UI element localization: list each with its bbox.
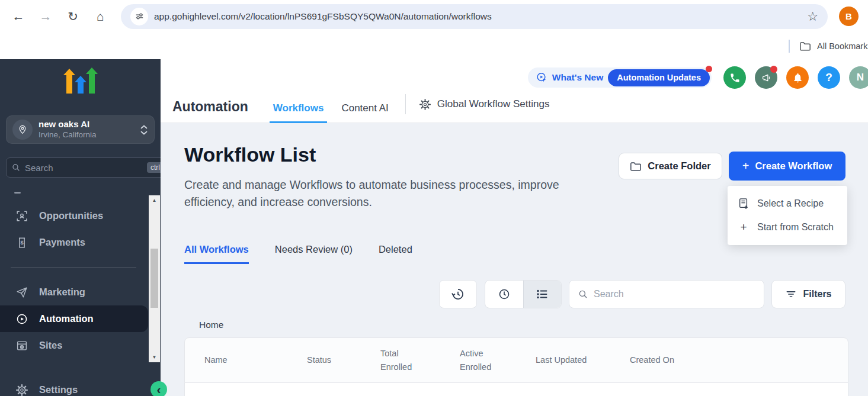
- bookmarks-bar: All Bookmarks: [0, 33, 868, 59]
- reload-icon[interactable]: ↻: [63, 7, 83, 27]
- automation-updates-badge[interactable]: Automation Updates: [608, 69, 710, 86]
- scrollbar-thumb[interactable]: [150, 249, 158, 308]
- address-bar[interactable]: app.gohighlevel.com/v2/location/lnPS691g…: [121, 4, 828, 29]
- whats-new-icon: [536, 72, 547, 83]
- recent-view-toggle[interactable]: [485, 281, 523, 308]
- table-body: [184, 383, 848, 396]
- filters-button[interactable]: Filters: [771, 280, 845, 308]
- workflow-list-title: Workflow List: [184, 143, 316, 166]
- automation-play-icon: [15, 313, 29, 326]
- all-bookmarks-label[interactable]: All Bookmarks: [817, 41, 868, 51]
- execution-logs-button[interactable]: [439, 280, 477, 308]
- breadcrumb[interactable]: Home: [199, 320, 223, 330]
- scroll-up-icon[interactable]: ▲: [149, 198, 160, 203]
- create-folder-label: Create Folder: [648, 160, 710, 172]
- dropdown-item-label: Select a Recipe: [757, 198, 824, 209]
- sidebar-item-settings[interactable]: Settings: [0, 376, 161, 396]
- column-header-total-enrolled: Total Enrolled: [380, 338, 425, 382]
- clock-icon: [497, 287, 511, 301]
- create-workflow-label: Create Workflow: [755, 160, 832, 172]
- megaphone-icon: [761, 72, 772, 83]
- column-header-created-on: Created On: [630, 338, 674, 382]
- chevron-up-down-icon: [140, 125, 148, 135]
- dropdown-item-label: Start from Scratch: [757, 222, 834, 233]
- filters-label: Filters: [803, 289, 831, 300]
- location-switcher[interactable]: new oaks AI Irvine, California: [6, 115, 155, 144]
- column-header-status: Status: [307, 338, 331, 382]
- workflow-list-page: Workflow List Create and manage Workflow…: [161, 123, 868, 396]
- sites-icon: [15, 339, 29, 352]
- menu-item-partial: [14, 192, 21, 194]
- user-avatar[interactable]: N: [849, 66, 868, 89]
- column-header-name: Name: [204, 338, 228, 382]
- search-icon: [11, 163, 21, 172]
- sidebar-item-label: Opportunities: [39, 210, 103, 221]
- bookmarks-folder-icon: [799, 41, 811, 51]
- sidebar-menu: Opportunities $ Payments Market: [0, 202, 161, 396]
- sidebar-item-sites[interactable]: Sites: [0, 332, 161, 359]
- sidebar-item-opportunities[interactable]: Opportunities: [0, 202, 161, 229]
- column-header-active-enrolled: Active Enrolled: [460, 338, 504, 382]
- browser-profile-avatar[interactable]: B: [839, 7, 859, 26]
- gohighlevel-logo-icon: [62, 67, 99, 98]
- workflow-list-tabs: All Workflows Needs Review (0) Deleted: [184, 244, 412, 264]
- create-workflow-button[interactable]: + Create Workflow: [729, 152, 845, 181]
- tab-deleted[interactable]: Deleted: [379, 244, 412, 264]
- tab-all-workflows[interactable]: All Workflows: [184, 244, 249, 264]
- menu-item-start-from-scratch[interactable]: + Start from Scratch: [728, 215, 847, 239]
- site-settings-icon[interactable]: [130, 8, 148, 25]
- sidebar-search[interactable]: ctrl K: [6, 157, 175, 178]
- sidebar-item-automation[interactable]: Automation: [0, 305, 148, 332]
- workflow-search[interactable]: [569, 280, 764, 308]
- sidebar-scrollbar[interactable]: ▲ ▼: [149, 195, 160, 362]
- page-title: Automation: [172, 99, 248, 115]
- folder-icon: [630, 161, 642, 172]
- scroll-down-icon[interactable]: ▼: [149, 355, 160, 360]
- whats-new-pill[interactable]: What's New Automation Updates: [528, 67, 712, 88]
- app-window: new oaks AI Irvine, California ctrl K: [0, 59, 868, 396]
- sidebar-item-marketing[interactable]: Marketing: [0, 279, 161, 305]
- header-divider: [405, 94, 406, 114]
- history-clock-icon: [450, 286, 466, 302]
- bell-icon: [792, 72, 803, 83]
- tab-needs-review[interactable]: Needs Review (0): [275, 244, 353, 264]
- global-workflow-settings-link[interactable]: Global Workflow Settings: [419, 98, 550, 111]
- create-workflow-dropdown: Select a Recipe + Start from Scratch: [728, 186, 847, 245]
- sidebar-search-input[interactable]: [25, 163, 143, 173]
- dollar-glyph: $: [20, 240, 23, 246]
- forward-icon[interactable]: →: [36, 7, 56, 27]
- announcements-button[interactable]: [755, 66, 777, 89]
- page-header: What's New Automation Updates: [161, 59, 868, 123]
- menu-item-select-recipe[interactable]: Select a Recipe: [728, 192, 847, 215]
- url-text: app.gohighlevel.com/v2/location/lnPS691g…: [154, 11, 492, 22]
- sidebar-item-label: Automation: [39, 313, 94, 324]
- sidebar-item-label: Marketing: [39, 286, 85, 298]
- sidebar: new oaks AI Irvine, California ctrl K: [0, 59, 161, 396]
- sidebar-collapse-button[interactable]: ‹: [150, 381, 167, 396]
- column-header-last-updated: Last Updated: [536, 338, 587, 382]
- home-icon[interactable]: ⌂: [90, 7, 110, 27]
- notification-dot: [770, 66, 777, 73]
- list-view-toggle[interactable]: [523, 281, 562, 308]
- bookmark-star-icon[interactable]: ☆: [807, 9, 818, 24]
- workflow-table: Name Status Total Enrolled Active Enroll…: [184, 337, 848, 396]
- whats-new-label: What's New: [552, 72, 603, 83]
- create-folder-button[interactable]: Create Folder: [619, 153, 722, 179]
- avatar-initial: N: [857, 72, 864, 83]
- help-button[interactable]: ?: [818, 66, 840, 89]
- phone-icon: [729, 72, 741, 83]
- tab-workflows[interactable]: Workflows: [270, 102, 328, 123]
- workflow-search-input[interactable]: [594, 289, 755, 300]
- notifications-button[interactable]: [786, 66, 809, 89]
- main-area: What's New Automation Updates: [161, 59, 868, 396]
- phone-button[interactable]: [723, 66, 746, 89]
- sidebar-item-payments[interactable]: $ Payments: [0, 229, 161, 256]
- back-icon[interactable]: ←: [8, 7, 28, 27]
- sidebar-item-label: Sites: [39, 340, 62, 351]
- search-icon: [578, 289, 588, 300]
- payments-icon: $: [15, 236, 29, 249]
- browser-toolbar: ← → ↻ ⌂ app.gohighlevel.com/v2/location/…: [0, 0, 868, 33]
- tab-content-ai[interactable]: Content AI: [338, 102, 392, 123]
- list-icon: [535, 287, 549, 301]
- question-icon: ?: [825, 71, 832, 84]
